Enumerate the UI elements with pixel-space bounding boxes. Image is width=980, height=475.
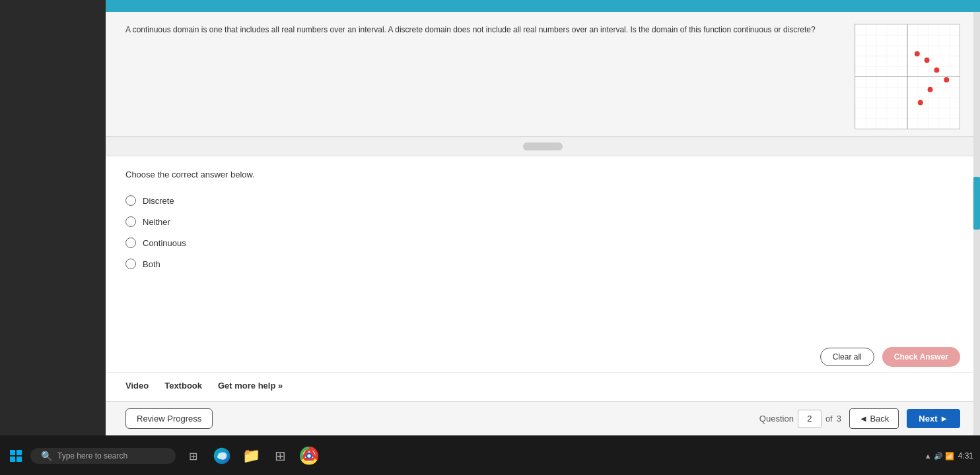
chrome-browser-icon (300, 447, 318, 465)
browser-window: A continuous domain is one that includes… (106, 0, 980, 435)
svg-point-3 (915, 51, 920, 56)
question-indicator: Question 2 of 3 (759, 410, 841, 428)
more-help-link[interactable]: Get more help » (218, 381, 283, 391)
system-tray-icons: ▲ 🔊 📶 (925, 452, 954, 460)
clear-all-button[interactable]: Clear all (820, 348, 874, 366)
svg-point-4 (925, 57, 930, 63)
option-discrete[interactable]: Discrete (125, 193, 960, 208)
windows-icon (9, 449, 22, 462)
task-view-button[interactable]: ⊞ (181, 444, 205, 468)
calendar-icon[interactable]: ⊞ (268, 444, 292, 468)
scrollbar-thumb[interactable] (973, 177, 980, 230)
svg-rect-11 (10, 457, 15, 462)
option-continuous[interactable]: Continuous (125, 235, 960, 251)
edge-browser-icon[interactable] (210, 444, 234, 468)
question-text-area: A continuous domain is one that includes… (125, 24, 841, 129)
total-questions: 3 (837, 414, 841, 424)
label-both: Both (143, 259, 160, 269)
svg-point-6 (944, 77, 949, 82)
radio-continuous[interactable] (125, 238, 136, 248)
divider-area (106, 137, 980, 156)
svg-point-8 (928, 87, 933, 92)
file-explorer-icon[interactable]: 📁 (239, 444, 263, 468)
back-button[interactable]: ◄ Back (849, 408, 899, 429)
edge-icon (213, 447, 231, 465)
answer-section: Choose the correct answer below. Discret… (106, 156, 980, 347)
option-both[interactable]: Both (125, 256, 960, 272)
svg-point-5 (934, 67, 939, 73)
svg-point-7 (918, 100, 923, 106)
radio-both[interactable] (125, 259, 136, 269)
content-area: A continuous domain is one that includes… (106, 12, 980, 435)
bottom-nav: Review Progress Question 2 of 3 ◄ Back N… (106, 401, 980, 435)
start-button[interactable] (7, 447, 25, 465)
question-label: Question (759, 414, 794, 424)
svg-rect-12 (17, 457, 22, 462)
left-panel (0, 0, 106, 435)
scroll-handle (523, 142, 563, 150)
answer-instruction: Choose the correct answer below. (125, 170, 960, 179)
review-progress-button[interactable]: Review Progress (125, 408, 213, 429)
scrollbar[interactable] (973, 12, 980, 435)
video-link[interactable]: Video (125, 381, 149, 391)
search-icon: 🔍 (41, 451, 52, 461)
navigation-right: Question 2 of 3 ◄ Back Next ► (759, 408, 960, 429)
graph-svg (855, 24, 960, 129)
taskbar-time: 4:31 (958, 451, 973, 460)
grid-icon: ⊞ (275, 448, 286, 464)
taskview-icon: ⊞ (189, 450, 197, 462)
chrome-icon[interactable] (297, 444, 321, 468)
svg-rect-9 (10, 450, 15, 455)
taskbar-search-text: Type here to search (57, 451, 127, 460)
next-button[interactable]: Next ► (907, 409, 960, 428)
taskbar-right: ▲ 🔊 📶 4:31 (925, 451, 973, 460)
question-section: A continuous domain is one that includes… (106, 12, 980, 137)
label-discrete: Discrete (143, 196, 174, 206)
svg-point-17 (307, 454, 310, 457)
action-buttons-area: Clear all Check Answer (106, 347, 980, 372)
taskbar: 🔍 Type here to search ⊞ 📁 ⊞ (0, 437, 980, 475)
of-label: of (825, 414, 833, 424)
label-continuous: Continuous (143, 238, 186, 248)
radio-neither[interactable] (125, 216, 136, 227)
question-number: 2 (798, 410, 822, 428)
option-neither[interactable]: Neither (125, 214, 960, 230)
check-answer-button[interactable]: Check Answer (882, 347, 960, 367)
help-links-area: Video Textbook Get more help » (106, 372, 980, 401)
taskbar-search[interactable]: 🔍 Type here to search (30, 448, 176, 464)
graph-container (855, 24, 960, 129)
textbook-link[interactable]: Textbook (164, 381, 202, 391)
question-text: A continuous domain is one that includes… (125, 24, 841, 36)
folder-icon: 📁 (242, 447, 260, 464)
label-neither: Neither (143, 217, 170, 227)
top-bar (106, 0, 980, 12)
svg-rect-10 (17, 450, 22, 455)
radio-discrete[interactable] (125, 195, 136, 206)
